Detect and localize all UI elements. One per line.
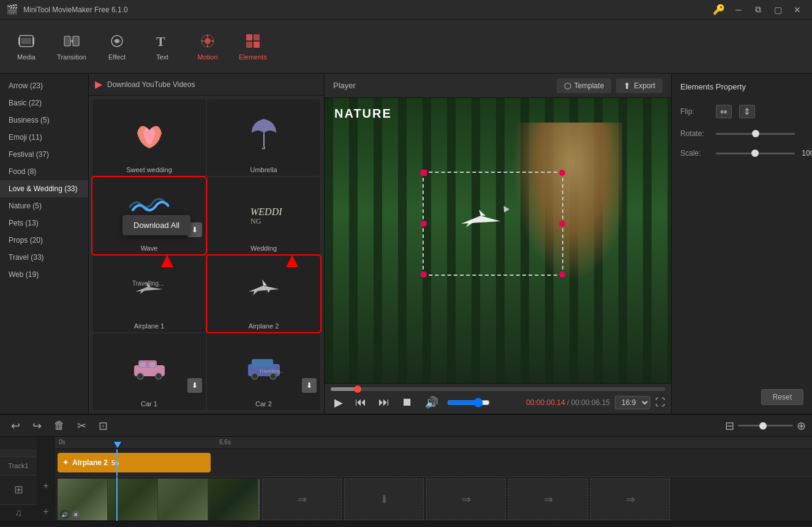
maximize-button[interactable]: ▢ — [769, 3, 786, 17]
sidebar-item-props[interactable]: Props (20) — [0, 232, 88, 249]
player-viewport[interactable]: NATURE — [325, 98, 671, 383]
empty-slot-3[interactable]: ⇒ — [426, 479, 506, 520]
elements-tool[interactable]: Elements — [231, 25, 274, 68]
add-video-track-btn[interactable]: + — [43, 469, 48, 503]
text-tool[interactable]: T Text — [141, 25, 184, 68]
volume-button[interactable]: 🔊 — [421, 395, 442, 411]
sidebar-item-business[interactable]: Business (5) — [0, 112, 88, 129]
rotate-label: Rotate: — [680, 129, 711, 138]
svg-point-21 — [137, 373, 143, 379]
sidebar-item-festival[interactable]: Festival (37) — [0, 146, 88, 163]
time-separator: / — [567, 398, 571, 407]
app-title: MiniTool MovieMaker Free 6.1.0 — [23, 6, 128, 14]
element-airplane1[interactable]: Travelling... Airplane 1 — [92, 256, 206, 332]
template-icon: ⬡ — [564, 81, 571, 91]
transition-tool[interactable]: Transition — [50, 25, 93, 68]
seek-handle[interactable] — [354, 385, 361, 393]
seek-bar[interactable] — [331, 387, 665, 391]
close-button[interactable]: ✕ — [789, 3, 806, 17]
fullscreen-button[interactable]: ⛶ — [655, 397, 665, 408]
sidebar-item-food[interactable]: Food (8) — [0, 163, 88, 180]
restore-button[interactable]: ⧉ — [750, 3, 767, 17]
element-wedding[interactable]: WEDDI NG Wedding — [207, 177, 320, 254]
titlebar: 🎬 MiniTool MovieMaker Free 6.1.0 🔑 ─ ⧉ ▢… — [0, 0, 812, 20]
elements-panel: ▶ Download YouTube Videos Sweet wedding — [89, 74, 325, 414]
zoom-out-button[interactable]: ⊟ — [725, 419, 734, 433]
svg-rect-13 — [246, 42, 252, 48]
sidebar-item-emoji[interactable]: Emoji (11) — [0, 129, 88, 146]
timeline-scrollbar[interactable] — [0, 521, 812, 527]
element-sweet-wedding[interactable]: Sweet wedding — [92, 99, 206, 176]
sidebar-item-arrow[interactable]: Arrow (23) — [0, 77, 88, 94]
wave-download-btn[interactable]: ⬇ — [187, 222, 202, 237]
volume-slider[interactable] — [447, 398, 490, 408]
empty-slot-2[interactable]: ⬇ — [344, 479, 424, 520]
element-car1[interactable]: ⬇ Car 1 — [92, 333, 206, 410]
video-thumb-4 — [208, 479, 258, 520]
add-audio-track-btn[interactable]: + — [43, 503, 48, 521]
motion-tool[interactable]: Motion — [186, 25, 229, 68]
export-button[interactable]: ⬆ Export — [616, 78, 663, 93]
download-youtube-label[interactable]: Download YouTube Videos — [107, 80, 195, 89]
zoom-in-button[interactable]: ⊕ — [797, 419, 806, 433]
player-title: Player — [333, 81, 356, 90]
ruler-label-66s: 6.6s — [219, 439, 231, 445]
zoom-slider[interactable] — [738, 425, 793, 427]
rotate-slider[interactable] — [716, 133, 795, 135]
airplane2-clip[interactable]: ✦ Airplane 2 5s — [58, 453, 211, 472]
undo-button[interactable]: ↩ — [6, 418, 25, 434]
sidebar-item-basic[interactable]: Basic (22) — [0, 94, 88, 112]
effect-tool[interactable]: Effect — [96, 25, 138, 68]
car2-download-btn[interactable]: ⬇ — [302, 378, 317, 393]
redo-button[interactable]: ↪ — [28, 418, 47, 434]
sidebar-item-love-wedding[interactable]: Love & Wedding (33) — [0, 180, 88, 197]
svg-point-22 — [156, 373, 162, 379]
element-car2[interactable]: Travelling... ⬇ Car 2 — [207, 333, 320, 410]
svg-rect-11 — [246, 34, 252, 40]
cut-button[interactable]: ✂ — [72, 418, 91, 434]
delete-button[interactable]: 🗑 — [49, 418, 70, 434]
flip-horizontal-button[interactable]: ⇔ — [716, 105, 732, 118]
reset-button[interactable]: Reset — [761, 389, 803, 405]
stop-button[interactable]: ⏹ — [398, 395, 416, 410]
track1-label: Track1 — [0, 457, 37, 475]
empty-slot-1[interactable]: ⇒ — [262, 479, 342, 520]
wave-label: Wave — [141, 245, 158, 252]
sidebar-item-web[interactable]: Web (19) — [0, 266, 88, 283]
play-button[interactable]: ▶ — [331, 395, 347, 411]
svg-rect-2 — [32, 37, 34, 45]
crop-button[interactable]: ⊡ — [94, 418, 113, 434]
car1-download-btn[interactable]: ⬇ — [187, 378, 202, 393]
next-frame-button[interactable]: ⏭ — [375, 395, 393, 410]
flip-vertical-button[interactable]: ⇕ — [739, 105, 755, 118]
element-umbrella[interactable]: Umbrella — [207, 99, 320, 176]
empty-slot-5[interactable]: ⇒ — [590, 479, 670, 520]
template-button[interactable]: ⬡ Template — [557, 78, 612, 93]
scale-value: 100% — [799, 149, 812, 157]
flip-label: Flip: — [680, 107, 711, 116]
video-nature-label: NATURE — [334, 107, 392, 121]
empty-slot-4[interactable]: ⇒ — [508, 479, 588, 520]
svg-text:T: T — [156, 34, 165, 49]
element-airplane2[interactable]: Airplane 2 — [207, 256, 320, 332]
aspect-ratio-select[interactable]: 16:9 9:16 1:1 4:3 — [615, 396, 650, 409]
sidebar-item-travel[interactable]: Travel (33) — [0, 249, 88, 266]
sidebar-item-nature[interactable]: Nature (5) — [0, 197, 88, 214]
car2-label: Car 2 — [255, 400, 272, 408]
scale-slider[interactable] — [716, 153, 795, 154]
video-thumb-2 — [108, 479, 158, 520]
timeline-body: Track1 ⊞ ♫ + + 0s 6.6s — [0, 437, 812, 521]
prev-frame-button[interactable]: ⏮ — [351, 395, 370, 410]
svg-rect-23 — [140, 362, 146, 367]
properties-panel: Elements Property Flip: ⇔ ⇕ Rotate: 0° S… — [671, 74, 812, 414]
text-label: Text — [156, 53, 168, 61]
template-label: Template — [574, 82, 604, 90]
svg-rect-12 — [254, 34, 260, 40]
media-tool[interactable]: Media — [5, 25, 48, 68]
timeline-tracks: 0s 6.6s ✦ Airplane 2 5s — [55, 437, 812, 521]
minimize-button[interactable]: ─ — [730, 3, 747, 17]
sidebar-item-pets[interactable]: Pets (13) — [0, 214, 88, 232]
sweet-wedding-preview — [95, 102, 203, 164]
main-area: Arrow (23) Basic (22) Business (5) Emoji… — [0, 74, 812, 414]
element-wave[interactable]: ⬇ Wave — [92, 177, 206, 254]
